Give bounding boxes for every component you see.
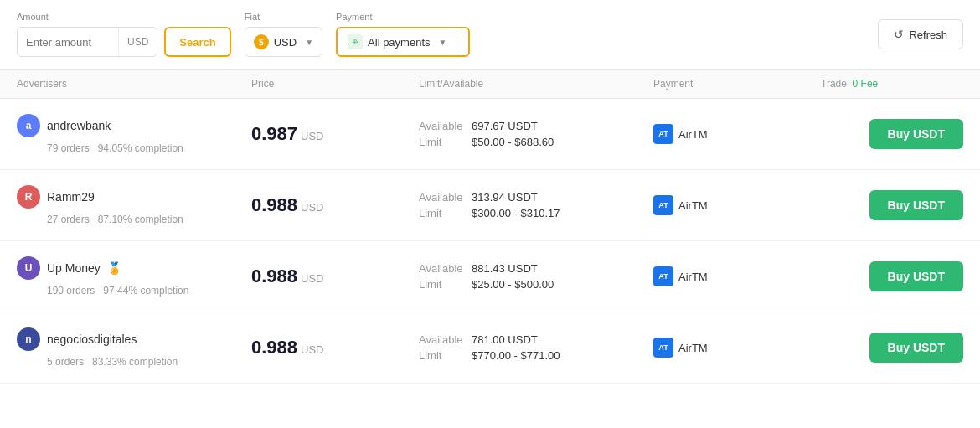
price-value-upmoney: 0.988 [251, 266, 297, 287]
verified-badge-upmoney: 🏅 [107, 261, 121, 275]
limit-label-ramm29: Limit [419, 207, 465, 219]
refresh-label: Refresh [909, 28, 947, 41]
amount-currency-label: USD [118, 28, 157, 56]
airtm-icon-upmoney: AT [653, 266, 673, 286]
table-row: U Up Money 🏅 190 orders 97.44% completio… [0, 241, 980, 312]
fiat-select[interactable]: $ USD ▼ [245, 27, 322, 57]
limit-row-negociosdigitales: Limit $770.00 - $771.00 [419, 349, 653, 362]
buy-button-negociosdigitales[interactable]: Buy USDT [869, 333, 963, 363]
payment-name-andrewbank: AirTM [678, 128, 708, 141]
available-label-negociosdigitales: Available [419, 333, 465, 346]
refresh-icon: ↺ [894, 28, 904, 41]
advertiser-name-andrewbank: andrewbank [47, 119, 111, 132]
trade-cell-ramm29: Buy USDT [821, 190, 963, 220]
available-value-upmoney: 881.43 USDT [472, 262, 538, 275]
available-row-upmoney: Available 881.43 USDT [419, 262, 653, 275]
limit-cell-upmoney: Available 881.43 USDT Limit $25.00 - $50… [419, 262, 653, 291]
trade-cell-andrewbank: Buy USDT [821, 119, 963, 149]
limit-value-andrewbank: $50.00 - $688.60 [472, 136, 554, 148]
advertiser-name-row: R Ramm29 [17, 185, 251, 209]
fiat-chevron-icon: ▼ [305, 38, 313, 47]
fiat-currency-text: USD [274, 36, 297, 49]
avatar-andrewbank: a [17, 114, 40, 137]
payment-cell-ramm29: AT AirTM [653, 195, 821, 215]
available-row-negociosdigitales: Available 781.00 USDT [419, 333, 653, 346]
payment-cell-andrewbank: AT AirTM [653, 124, 821, 144]
limit-row-andrewbank: Limit $50.00 - $688.60 [419, 136, 653, 148]
advertiser-name-upmoney: Up Money [47, 261, 101, 275]
advertiser-stats-andrewbank: 79 orders 94.05% completion [17, 142, 251, 154]
available-row-andrewbank: Available 697.67 USDT [419, 120, 653, 132]
price-currency-ramm29: USD [301, 201, 323, 214]
table-row: a andrewbank 79 orders 94.05% completion… [0, 99, 980, 170]
price-value-ramm29: 0.988 [251, 194, 297, 216]
fiat-coin-icon: $ [254, 34, 269, 49]
payment-name-upmoney: AirTM [678, 271, 708, 283]
available-value-negociosdigitales: 781.00 USDT [472, 333, 538, 346]
payment-option-text: All payments [368, 36, 430, 49]
search-button[interactable]: Search [164, 27, 230, 57]
payment-chevron-icon: ▼ [439, 38, 447, 47]
amount-input[interactable] [18, 28, 118, 56]
avatar-upmoney: U [17, 256, 40, 280]
toolbar: Amount USD Search Fiat $ USD ▼ Payment ⊕… [0, 0, 980, 70]
amount-label: Amount [17, 12, 231, 22]
th-fee-text: 0 Fee [853, 78, 879, 90]
limit-value-ramm29: $300.00 - $310.17 [472, 207, 560, 219]
payment-field-group: Payment ⊕ All payments ▼ [336, 12, 470, 57]
payment-name-negociosdigitales: AirTM [678, 342, 708, 354]
payment-all-icon: ⊕ [348, 34, 363, 49]
th-trade-text: Trade [821, 78, 847, 90]
price-value-negociosdigitales: 0.988 [251, 337, 297, 358]
advertiser-cell-andrewbank: a andrewbank 79 orders 94.05% completion [17, 114, 251, 154]
price-currency-andrewbank: USD [301, 130, 323, 142]
refresh-button[interactable]: ↺ Refresh [878, 19, 963, 49]
buy-button-upmoney[interactable]: Buy USDT [869, 261, 963, 291]
amount-field-group: Amount USD Search [17, 12, 231, 57]
advertiser-stats-upmoney: 190 orders 97.44% completion [17, 285, 251, 297]
advertiser-cell-upmoney: U Up Money 🏅 190 orders 97.44% completio… [17, 256, 251, 297]
price-value-andrewbank: 0.987 [251, 123, 297, 145]
table-row: n negociosdigitales 5 orders 83.33% comp… [0, 312, 980, 384]
buy-button-andrewbank[interactable]: Buy USDT [869, 119, 963, 149]
advertiser-name-ramm29: Ramm29 [47, 190, 95, 204]
price-cell-negociosdigitales: 0.988 USD [251, 337, 419, 358]
available-row-ramm29: Available 313.94 USDT [419, 191, 653, 204]
table-header: Advertisers Price Limit/Available Paymen… [0, 70, 980, 99]
airtm-icon-negociosdigitales: AT [653, 338, 673, 358]
advertiser-cell-ramm29: R Ramm29 27 orders 87.10% completion [17, 185, 251, 225]
airtm-icon-andrewbank: AT [653, 124, 673, 144]
th-advertisers: Advertisers [17, 78, 251, 90]
th-trade: Trade 0 Fee [821, 78, 963, 90]
available-label-upmoney: Available [419, 262, 465, 275]
table-body: a andrewbank 79 orders 94.05% completion… [0, 99, 980, 384]
limit-cell-ramm29: Available 313.94 USDT Limit $300.00 - $3… [419, 191, 653, 219]
advertiser-name-negociosdigitales: negociosdigitales [47, 333, 137, 346]
advertiser-cell-negociosdigitales: n negociosdigitales 5 orders 83.33% comp… [17, 327, 251, 368]
airtm-icon-ramm29: AT [653, 195, 673, 215]
fiat-field-group: Fiat $ USD ▼ [245, 12, 322, 57]
available-value-andrewbank: 697.67 USDT [472, 120, 538, 132]
payment-select[interactable]: ⊕ All payments ▼ [336, 27, 470, 57]
price-currency-negociosdigitales: USD [301, 343, 323, 356]
limit-value-negociosdigitales: $770.00 - $771.00 [472, 349, 560, 362]
available-label-ramm29: Available [419, 191, 465, 204]
limit-cell-negociosdigitales: Available 781.00 USDT Limit $770.00 - $7… [419, 333, 653, 362]
fiat-label: Fiat [245, 12, 322, 22]
th-price: Price [251, 78, 419, 90]
advertiser-name-row: n negociosdigitales [17, 327, 251, 351]
price-cell-andrewbank: 0.987 USD [251, 123, 419, 145]
price-cell-upmoney: 0.988 USD [251, 266, 419, 287]
avatar-ramm29: R [17, 185, 40, 209]
buy-button-ramm29[interactable]: Buy USDT [869, 190, 963, 220]
trade-cell-negociosdigitales: Buy USDT [821, 333, 963, 363]
advertiser-stats-negociosdigitales: 5 orders 83.33% completion [17, 356, 251, 368]
trade-cell-upmoney: Buy USDT [821, 261, 963, 291]
advertiser-name-row: U Up Money 🏅 [17, 256, 251, 280]
th-payment: Payment [653, 78, 821, 90]
amount-input-wrapper: USD [17, 27, 157, 57]
th-limit-available: Limit/Available [419, 78, 653, 90]
avatar-negociosdigitales: n [17, 327, 40, 351]
advertiser-name-row: a andrewbank [17, 114, 251, 137]
limit-row-upmoney: Limit $25.00 - $500.00 [419, 278, 653, 291]
